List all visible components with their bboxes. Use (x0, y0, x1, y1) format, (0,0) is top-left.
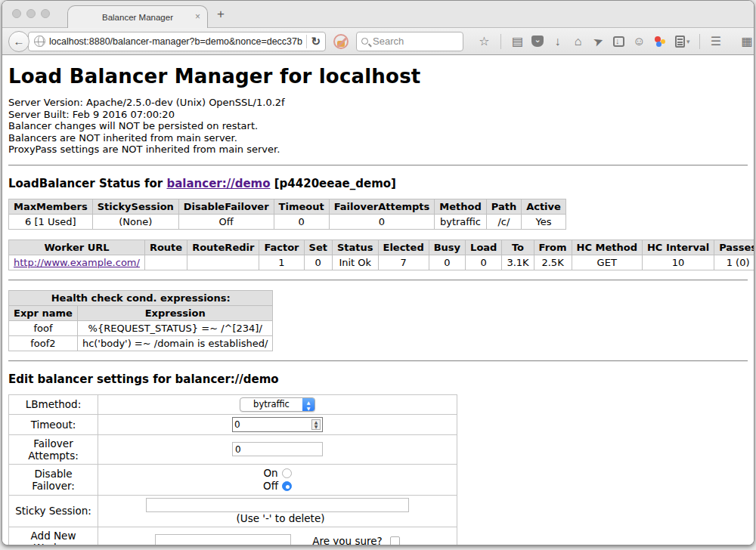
col-load: Load (466, 239, 502, 255)
col-factor: Factor (259, 239, 304, 255)
search-icon (361, 38, 368, 45)
reading-list-icon[interactable]: ▤ (507, 27, 528, 55)
table-row: 6 [1 Used] (None) Off 0 0 bytraffic /c/ … (9, 214, 566, 229)
divider (8, 165, 748, 166)
radio-on-label: On (263, 467, 277, 479)
notice-proxypass: ProxyPass settings are NOT inherited fro… (8, 144, 748, 156)
back-button[interactable]: ← (8, 31, 29, 52)
table-row: foof2 hc('body') =~ /domain is establish… (9, 335, 273, 351)
col-to: To (502, 239, 534, 255)
reload-icon[interactable]: ↻ (311, 35, 322, 48)
notice-persist: Balancer changes will NOT be persisted o… (8, 120, 748, 132)
are-you-sure-checkbox[interactable] (390, 536, 400, 546)
tab-close-icon[interactable]: × (195, 11, 200, 22)
worker-url-link[interactable]: http://www.example.com/ (14, 257, 140, 268)
tab-balancer-manager[interactable]: Balancer Manager × (67, 5, 208, 28)
downloads-icon[interactable]: ↓ (547, 27, 568, 55)
timeout-value: 0 (234, 419, 311, 430)
select-stepper-icon[interactable]: ▲▼ (302, 398, 314, 411)
sticky-label: Sticky Session: (9, 495, 98, 527)
form-row-timeout: Timeout: 0 ▲▼ (9, 414, 457, 434)
cell-from: 2.5K (534, 255, 572, 270)
sticky-session-input[interactable] (146, 498, 409, 512)
pocket-icon[interactable]: ⌄ (531, 36, 544, 47)
window-controls (12, 9, 50, 18)
cell-routeredir (187, 255, 259, 270)
search-bar[interactable]: Search (356, 32, 463, 51)
lbmethod-label: LBmethod: (9, 394, 98, 414)
number-stepper-icon[interactable]: ▲▼ (311, 419, 321, 430)
cell-route (144, 255, 187, 270)
add-worker-input[interactable] (155, 534, 291, 545)
col-maxmembers: MaxMembers (9, 199, 93, 214)
col-expr-name: Expr name (9, 305, 78, 320)
colored-dots-icon[interactable] (653, 36, 667, 48)
notice-inherit: Balancers are NOT inherited from main se… (8, 132, 748, 144)
col-route: Route (144, 239, 187, 255)
table-row: http://www.example.com/ 1 0 Init Ok 7 0 … (9, 255, 754, 270)
urlbar-divider (306, 35, 307, 48)
col-stickysession: StickySession (92, 199, 178, 214)
timeout-input[interactable]: 0 ▲▼ (232, 417, 323, 432)
cell-worker-url: http://www.example.com/ (9, 255, 145, 270)
table-title-row: Health check cond. expressions: (9, 290, 273, 305)
cell-path: /c/ (486, 214, 521, 229)
cell-busy: 0 (429, 255, 465, 270)
col-from: From (534, 239, 572, 255)
toolbar-icons: ☆ ▤ ⌄ ↓ ⌂ ➤ ☺ ▾ ☰ ▦ (474, 27, 754, 55)
edit-settings-heading: Edit balancer settings for balancer://de… (8, 372, 748, 386)
col-active: Active (522, 199, 566, 214)
col-status: Status (332, 239, 378, 255)
balancer-summary-table: MaxMembers StickySession DisableFailover… (8, 199, 566, 230)
form-row-lbmethod: LBmethod: bytraffic ▲▼ (9, 394, 457, 414)
lbmethod-select[interactable]: bytraffic ▲▼ (240, 397, 315, 412)
form-row-disable-failover: Disable Failover: On Off (9, 464, 457, 495)
divider (8, 280, 748, 281)
balancer-demo-link[interactable]: balancer://demo (166, 177, 270, 190)
battery-icon[interactable] (675, 36, 685, 48)
forget-smiley-icon[interactable]: ☺ (629, 27, 649, 55)
new-tab-button[interactable]: + (217, 7, 225, 22)
dropdown-caret-icon[interactable]: ▾ (686, 38, 690, 45)
bookmark-star-icon[interactable]: ☆ (474, 27, 494, 55)
health-check-table: Health check cond. expressions: Expr nam… (8, 290, 273, 351)
cell-active: Yes (522, 214, 566, 229)
col-set: Set (304, 239, 332, 255)
lbmethod-selected-value: bytraffic (240, 398, 302, 411)
col-failoverattempts: FailoverAttempts (329, 199, 435, 214)
minimize-window-button[interactable] (26, 9, 36, 18)
save-page-icon[interactable] (613, 36, 624, 47)
server-built: Server Built: Feb 9 2016 07:00:20 (8, 109, 748, 121)
status-heading-prefix: LoadBalancer Status for (8, 177, 166, 190)
tab-grid-icon[interactable]: ▦ (737, 27, 754, 55)
cell-failoverattempts: 0 (329, 214, 435, 229)
cell-hc-interval: 10 (642, 255, 714, 270)
cell-expr-name: foof2 (9, 335, 78, 351)
page-content: Load Balancer Manager for localhost Serv… (2, 55, 754, 545)
col-hc-method: HC Method (572, 239, 642, 255)
server-version: Server Version: Apache/2.5.0-dev (Unix) … (8, 97, 748, 109)
cell-status: Init Ok (332, 255, 378, 270)
url-text[interactable]: localhost:8880/balancer-manager?b=demo&n… (49, 36, 302, 47)
radio-off[interactable] (282, 481, 292, 491)
page-title: Load Balancer Manager for localhost (8, 55, 748, 88)
failover-attempts-input[interactable] (232, 442, 323, 456)
cell-passes: 1 (0) (714, 255, 754, 270)
zoom-window-button[interactable] (41, 9, 50, 18)
cell-maxmembers: 6 [1 Used] (9, 214, 93, 229)
send-icon[interactable]: ➤ (584, 24, 612, 57)
close-window-button[interactable] (12, 9, 21, 18)
blocked-content-icon[interactable] (333, 34, 349, 49)
cell-hc-method: GET (572, 255, 642, 270)
tab-bar: Balancer Manager × + (2, 1, 754, 27)
col-routeredir: RouteRedir (187, 239, 259, 255)
sticky-hint: (Use '-' to delete) (236, 512, 324, 524)
col-passes: Passes (714, 239, 754, 255)
url-bar[interactable]: localhost:8880/balancer-manager?b=demo&n… (28, 32, 326, 51)
col-elected: Elected (378, 239, 429, 255)
radio-on[interactable] (282, 468, 292, 478)
menu-icon[interactable]: ☰ (706, 27, 727, 55)
timeout-label: Timeout: (9, 414, 98, 434)
cell-expr-name: foof (9, 320, 78, 335)
table-row: foof %{REQUEST_STATUS} =~ /^[234]/ (9, 320, 273, 335)
